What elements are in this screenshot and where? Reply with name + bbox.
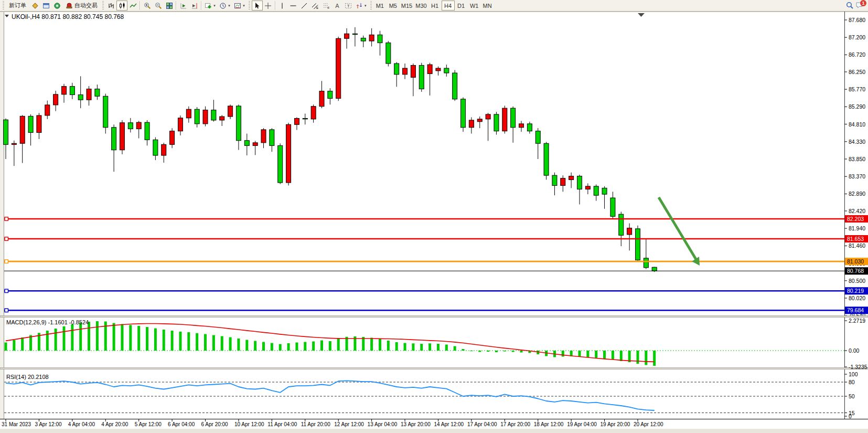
timeframe-d1[interactable]: D1 — [455, 1, 468, 10]
candle-body — [552, 175, 557, 185]
time-label: 5 Apr 12:00 — [135, 421, 162, 427]
auto-trading-label: 自动交易 — [74, 2, 98, 9]
timeframe-h4[interactable]: H4 — [442, 1, 455, 10]
chevron-down-icon[interactable]: ▼ — [228, 4, 231, 7]
time-label: 31 Mar 2023 — [2, 421, 31, 427]
price-tick-label: 83.370 — [849, 173, 865, 179]
toolbar-grip[interactable] — [102, 1, 104, 10]
time-label: 11 Apr 20:00 — [301, 421, 330, 427]
horizontal-line-button[interactable] — [288, 1, 299, 10]
candle-body — [244, 141, 249, 146]
quotes-icon — [31, 2, 39, 9]
time-label: 3 Apr 12:00 — [35, 421, 62, 427]
window-bottom-edge — [0, 429, 868, 433]
search-button[interactable] — [844, 1, 855, 10]
chevron-down-icon[interactable]: ▼ — [364, 4, 367, 7]
price-tick-label: 84.330 — [849, 139, 865, 145]
candlestick-icon — [119, 2, 126, 9]
time-label: 11 Apr 04:00 — [267, 421, 297, 427]
trendline-button[interactable] — [299, 1, 310, 10]
price-badge-label: 81.653 — [847, 236, 864, 242]
line-marker[interactable] — [5, 217, 8, 221]
zoom-in-button[interactable] — [142, 1, 153, 10]
timeframe-w1[interactable]: W1 — [468, 1, 481, 10]
candlestick-chart-button[interactable] — [116, 1, 127, 10]
chart-area[interactable]: 87.68087.20086.72086.25085.77085.29084.8… — [0, 12, 868, 433]
chat-button[interactable]: 1 — [855, 1, 864, 10]
candle-body — [153, 140, 158, 155]
candle-body — [220, 117, 224, 120]
candle-body — [78, 95, 83, 100]
price-tick-label: 84.810 — [849, 121, 865, 128]
candle-body — [453, 73, 457, 99]
price-badge-label: 81.030 — [847, 258, 864, 265]
candle-body — [419, 65, 424, 89]
bar-chart-button[interactable] — [105, 1, 116, 10]
line-marker[interactable] — [5, 237, 8, 241]
timeframe-m15[interactable]: M15 — [400, 1, 414, 10]
timeframe-m5[interactable]: M5 — [387, 1, 400, 10]
candle-body — [211, 110, 216, 120]
chevron-down-icon[interactable]: ▼ — [242, 4, 245, 7]
market-watch-button[interactable] — [51, 1, 62, 10]
toolbar-separator — [275, 1, 276, 10]
fibonacci-button[interactable]: F — [321, 1, 332, 10]
time-label: 4 Apr 20:00 — [101, 421, 128, 427]
candle-body — [162, 144, 166, 155]
macd-axis-label: 0.00 — [849, 347, 860, 354]
candle-body — [427, 65, 432, 73]
crosshair-button[interactable] — [263, 1, 274, 10]
time-label: 17 Apr 04:00 — [467, 421, 497, 427]
candle-body — [411, 65, 415, 77]
cursor-button[interactable] — [252, 1, 263, 10]
toolbar: 新订单 自动交易 ▼ ▼ — [0, 0, 868, 12]
toolbar-grip[interactable] — [370, 1, 372, 10]
line-marker[interactable] — [5, 260, 8, 263]
toolbar-grip[interactable] — [249, 1, 250, 10]
time-label: 6 Apr 20:00 — [201, 421, 229, 427]
candle-body — [87, 89, 91, 100]
time-label: 12 Apr 12:00 — [334, 421, 364, 427]
line-marker[interactable] — [5, 309, 8, 312]
new-order-button[interactable]: 新订单 — [6, 1, 29, 10]
timeframe-h1[interactable]: H1 — [428, 1, 442, 10]
equidistant-channel-button[interactable]: E — [310, 1, 321, 10]
chevron-down-icon[interactable]: ▼ — [213, 4, 216, 7]
line-chart-button[interactable] — [127, 1, 138, 10]
text-tool-button[interactable]: A — [332, 1, 343, 10]
add-indicator-button[interactable]: ▼ — [203, 1, 218, 10]
template-button[interactable]: ▼ — [232, 1, 247, 10]
new-chart-button[interactable] — [40, 1, 51, 10]
timeframe-m1[interactable]: M1 — [373, 1, 387, 10]
rsi-axis-label: 100 — [849, 371, 858, 377]
svg-text:A: A — [336, 3, 340, 9]
add-indicator-icon — [205, 2, 212, 9]
timeframe-m30[interactable]: M30 — [414, 1, 428, 10]
toolbar-grip[interactable] — [3, 1, 4, 10]
text-label-button[interactable]: T — [343, 1, 354, 10]
quotes-button[interactable] — [29, 1, 40, 10]
period-button[interactable]: ▼ — [218, 1, 232, 10]
price-badge-label: 79.684 — [847, 307, 864, 313]
panel-splitter[interactable] — [0, 316, 868, 318]
timeframe-mn[interactable]: MN — [481, 1, 494, 10]
arrows-tool-button[interactable]: ▼ — [354, 1, 369, 10]
chart-shift-button[interactable] — [189, 1, 200, 10]
panel-splitter[interactable] — [0, 368, 868, 369]
vertical-line-button[interactable] — [277, 1, 288, 10]
price-badge-label: 82.203 — [847, 216, 864, 222]
candle-body — [37, 115, 41, 133]
candle-body — [361, 38, 366, 41]
line-marker[interactable] — [5, 289, 8, 293]
tile-windows-button[interactable] — [164, 1, 175, 10]
equidistant-channel-icon: E — [312, 2, 319, 9]
candle-body — [394, 64, 399, 75]
candle-body — [577, 176, 582, 189]
svg-text:F: F — [328, 6, 330, 9]
candle-body — [120, 123, 124, 150]
auto-scroll-button[interactable] — [178, 1, 189, 10]
candle-body — [4, 120, 8, 144]
zoom-out-button[interactable] — [153, 1, 164, 10]
price-tick-label: 85.770 — [849, 86, 865, 92]
auto-trading-button[interactable]: 自动交易 — [62, 1, 101, 10]
